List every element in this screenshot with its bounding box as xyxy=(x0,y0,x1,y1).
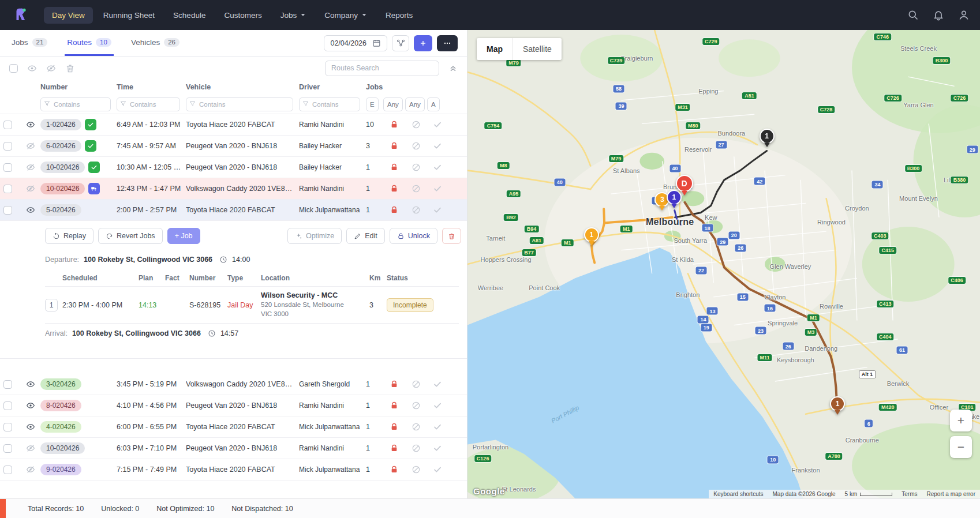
locked-icon[interactable] xyxy=(383,141,405,151)
locked-icon[interactable] xyxy=(383,205,405,215)
terms-link[interactable]: Terms xyxy=(902,491,917,497)
add-job-button[interactable]: + Job xyxy=(167,228,200,244)
map-marker-1[interactable]: 1 xyxy=(584,227,599,246)
not-dispatched-icon[interactable] xyxy=(405,205,427,215)
route-number-chip[interactable]: 10-020426 xyxy=(40,162,85,173)
notifications-bell-icon[interactable] xyxy=(933,9,944,21)
route-row[interactable]: 8-0204264:10 PM - 4:56 PMPeugeot Van 202… xyxy=(0,395,467,416)
route-row[interactable]: 6-0204267:45 AM - 9:57 AMPeugeot Van 202… xyxy=(0,136,467,157)
hide-all-eye-off-icon[interactable] xyxy=(46,63,56,73)
row-checkbox[interactable] xyxy=(3,185,12,193)
route-row[interactable]: 3-0204263:45 PM - 5:19 PMVolkswagon Cadd… xyxy=(0,374,467,395)
nav-item-company[interactable]: Company xyxy=(316,7,375,24)
routes-search-input[interactable] xyxy=(325,61,439,76)
map-marker-d[interactable]: D xyxy=(676,175,693,196)
route-number-chip[interactable]: 10-020426 xyxy=(40,442,85,454)
locked-icon[interactable] xyxy=(383,422,405,431)
row-checkbox[interactable] xyxy=(3,466,12,474)
row-checkbox[interactable] xyxy=(3,444,12,453)
locked-icon[interactable] xyxy=(383,401,405,410)
tab-vehicles[interactable]: Vehicles26 xyxy=(129,30,182,56)
collapse-panel-icon[interactable] xyxy=(448,63,458,73)
nav-item-schedule[interactable]: Schedule xyxy=(165,7,214,24)
nav-item-reports[interactable]: Reports xyxy=(377,7,421,24)
filter-dispatch-select[interactable]: Any xyxy=(405,97,425,111)
route-number-chip[interactable]: 3-020426 xyxy=(40,378,81,390)
route-check-icon[interactable] xyxy=(427,163,448,172)
delete-icon[interactable] xyxy=(65,63,75,73)
route-check-icon[interactable] xyxy=(427,465,448,474)
visibility-off-icon[interactable] xyxy=(21,163,40,172)
report-map-error-link[interactable]: Report a map error xyxy=(927,491,975,497)
route-check-icon[interactable] xyxy=(427,120,448,129)
search-icon[interactable] xyxy=(907,9,919,21)
edit-button[interactable]: Edit xyxy=(346,228,385,244)
row-checkbox[interactable] xyxy=(3,121,12,129)
visibility-on-icon[interactable] xyxy=(21,401,40,410)
route-number-chip[interactable]: 4-020426 xyxy=(40,421,81,433)
route-row[interactable]: 10-02042612:43 PM - 1:47 PMVolkswagon Ca… xyxy=(0,178,467,200)
filter-vehicle-input[interactable] xyxy=(186,97,293,111)
visibility-on-icon[interactable] xyxy=(21,205,40,215)
not-dispatched-icon[interactable] xyxy=(405,422,427,431)
revert-jobs-button[interactable]: Revert Jobs xyxy=(98,228,163,244)
row-checkbox[interactable] xyxy=(3,163,12,172)
tab-routes[interactable]: Routes10 xyxy=(65,30,114,56)
route-number-chip[interactable]: 8-020426 xyxy=(40,400,81,411)
filter-jobs-operator[interactable]: E xyxy=(366,97,379,111)
select-all-checkbox[interactable] xyxy=(9,64,18,73)
route-check-icon[interactable] xyxy=(427,141,448,151)
not-dispatched-icon[interactable] xyxy=(405,401,427,410)
route-row[interactable]: 1-0204266:49 AM - 12:03 PMToyota Hiace 2… xyxy=(0,114,467,136)
route-number-chip[interactable]: 1-020426 xyxy=(40,119,81,130)
not-dispatched-icon[interactable] xyxy=(405,380,427,389)
locked-icon[interactable] xyxy=(383,444,405,453)
column-header-number[interactable]: Number xyxy=(40,83,117,91)
visibility-off-icon[interactable] xyxy=(21,141,40,151)
route-number-chip[interactable]: 6-020426 xyxy=(40,140,81,152)
column-header-driver[interactable]: Driver xyxy=(299,83,366,91)
optimize-button[interactable]: Optimize xyxy=(287,228,342,244)
zoom-in-button[interactable]: + xyxy=(950,410,972,431)
unlock-button[interactable]: Unlock xyxy=(390,228,437,244)
stop-job-number[interactable]: S-628195 xyxy=(189,301,227,309)
nav-item-jobs[interactable]: Jobs xyxy=(272,7,315,24)
filter-check-select[interactable]: A xyxy=(427,97,440,111)
map-view-button[interactable]: Map xyxy=(477,38,513,60)
nav-item-customers[interactable]: Customers xyxy=(216,7,270,24)
route-check-icon[interactable] xyxy=(427,422,448,431)
visibility-on-icon[interactable] xyxy=(21,120,40,129)
show-all-eye-icon[interactable] xyxy=(27,63,37,73)
route-row[interactable]: 4-0204266:00 PM - 6:55 PMToyota Hiace 20… xyxy=(0,416,467,438)
column-header-time[interactable]: Time xyxy=(117,83,186,91)
keyboard-shortcuts-link[interactable]: Keyboard shortcuts xyxy=(713,491,763,497)
row-checkbox[interactable] xyxy=(3,401,12,410)
date-picker[interactable]: 02/04/2026 xyxy=(324,35,387,51)
map-marker-1[interactable]: 1 xyxy=(760,129,775,147)
row-checkbox[interactable] xyxy=(3,206,12,215)
filter-lock-select[interactable]: Any xyxy=(383,97,403,111)
column-header-jobs[interactable]: Jobs xyxy=(366,83,383,91)
locked-icon[interactable] xyxy=(383,184,405,193)
visibility-off-icon[interactable] xyxy=(21,465,40,474)
not-dispatched-icon[interactable] xyxy=(405,465,427,474)
locked-icon[interactable] xyxy=(383,465,405,474)
route-check-icon[interactable] xyxy=(427,184,448,193)
route-row[interactable]: 9-0204267:15 PM - 7:49 PMToyota Hiace 20… xyxy=(0,459,467,481)
route-row[interactable]: 10-0204266:03 PM - 7:10 PMPeugeot Van 20… xyxy=(0,438,467,459)
not-dispatched-icon[interactable] xyxy=(405,163,427,172)
app-logo[interactable] xyxy=(10,5,30,25)
visibility-on-icon[interactable] xyxy=(21,380,40,389)
locked-icon[interactable] xyxy=(383,380,405,389)
not-dispatched-icon[interactable] xyxy=(405,141,427,151)
visibility-on-icon[interactable] xyxy=(21,422,40,431)
satellite-view-button[interactable]: Satellite xyxy=(513,38,562,60)
row-checkbox[interactable] xyxy=(3,423,12,431)
route-row[interactable]: 10-02042610:30 AM - 12:05 PMPeugeot Van … xyxy=(0,157,467,178)
replay-button[interactable]: Replay xyxy=(45,228,93,244)
route-number-chip[interactable]: 10-020426 xyxy=(40,183,85,194)
tab-jobs[interactable]: Jobs21 xyxy=(9,30,50,56)
nav-item-day-view[interactable]: Day View xyxy=(44,7,93,24)
more-actions-button[interactable] xyxy=(437,35,458,51)
route-check-icon[interactable] xyxy=(427,380,448,389)
